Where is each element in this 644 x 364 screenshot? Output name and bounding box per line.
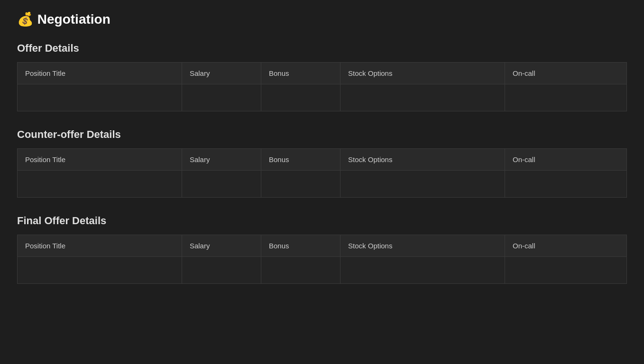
offer-stock-cell[interactable] xyxy=(340,84,505,111)
counter-offer-details-table: Position Title Salary Bonus Stock Option… xyxy=(17,148,627,198)
final-offer-details-heading: Final Offer Details xyxy=(17,215,627,227)
offer-col-bonus: Bonus xyxy=(261,63,340,84)
offer-salary-cell[interactable] xyxy=(182,84,261,111)
page-title: 💰 Negotiation xyxy=(17,11,627,27)
offer-details-heading: Offer Details xyxy=(17,42,627,55)
counter-offer-data-row xyxy=(18,171,627,198)
final-position-cell[interactable] xyxy=(18,257,182,284)
final-offer-data-row xyxy=(18,257,627,284)
final-stock-cell[interactable] xyxy=(340,257,505,284)
counter-col-position: Position Title xyxy=(18,149,182,171)
offer-details-section: Offer Details Position Title Salary Bonu… xyxy=(17,42,627,111)
final-salary-cell[interactable] xyxy=(182,257,261,284)
offer-col-position: Position Title xyxy=(18,63,182,84)
counter-salary-cell[interactable] xyxy=(182,171,261,198)
offer-oncall-cell[interactable] xyxy=(505,84,626,111)
counter-col-salary: Salary xyxy=(182,149,261,171)
counter-bonus-cell[interactable] xyxy=(261,171,340,198)
counter-offer-details-heading: Counter-offer Details xyxy=(17,128,627,141)
counter-col-oncall: On-call xyxy=(505,149,626,171)
offer-col-stock: Stock Options xyxy=(340,63,505,84)
final-offer-details-section: Final Offer Details Position Title Salar… xyxy=(17,215,627,284)
final-col-bonus: Bonus xyxy=(261,235,340,257)
final-offer-details-table: Position Title Salary Bonus Stock Option… xyxy=(17,235,627,284)
offer-bonus-cell[interactable] xyxy=(261,84,340,111)
final-col-salary: Salary xyxy=(182,235,261,257)
counter-col-stock: Stock Options xyxy=(340,149,505,171)
offer-col-oncall: On-call xyxy=(505,63,626,84)
counter-offer-details-section: Counter-offer Details Position Title Sal… xyxy=(17,128,627,198)
offer-details-table: Position Title Salary Bonus Stock Option… xyxy=(17,62,627,111)
offer-col-salary: Salary xyxy=(182,63,261,84)
offer-data-row xyxy=(18,84,627,111)
counter-position-cell[interactable] xyxy=(18,171,182,198)
offer-position-cell[interactable] xyxy=(18,84,182,111)
final-col-position: Position Title xyxy=(18,235,182,257)
counter-oncall-cell[interactable] xyxy=(505,171,626,198)
counter-col-bonus: Bonus xyxy=(261,149,340,171)
final-col-stock: Stock Options xyxy=(340,235,505,257)
final-oncall-cell[interactable] xyxy=(505,257,626,284)
counter-stock-cell[interactable] xyxy=(340,171,505,198)
final-col-oncall: On-call xyxy=(505,235,626,257)
final-bonus-cell[interactable] xyxy=(261,257,340,284)
